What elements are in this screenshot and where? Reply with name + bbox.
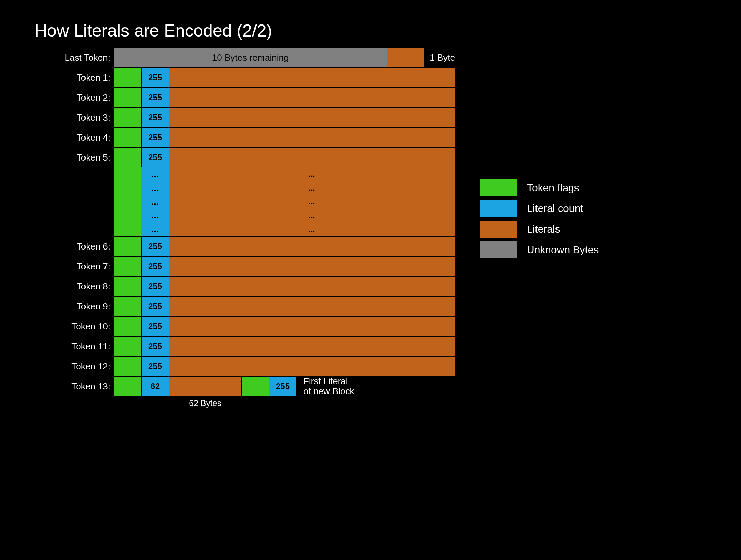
literals-cell: ... [169, 195, 455, 209]
legend-row-flags: Token flags [479, 179, 599, 197]
flag-cell [114, 108, 141, 128]
count-cell: 255 [141, 108, 169, 128]
label-token2: Token 2: [77, 88, 110, 108]
count-cell-new-block: 255 [269, 376, 297, 396]
token-row-8: 255 [114, 276, 455, 296]
literals-62 [169, 376, 241, 396]
ellipsis-row: ... ... [114, 223, 455, 236]
flag-cell [114, 128, 141, 147]
literals-cell [169, 256, 455, 276]
token-row-12: 255 [114, 356, 455, 376]
legend-count-label: Literal count [527, 203, 583, 214]
header-one-byte-label: 1 Byte [425, 48, 455, 68]
flag-cell [114, 223, 141, 236]
literals-cell [169, 68, 455, 88]
ellipsis-row: ... ... [114, 195, 455, 209]
count-cell: 255 [141, 68, 169, 88]
label-token1: Token 1: [77, 68, 110, 88]
token-row-2: 255 [114, 88, 455, 108]
label-token12: Token 12: [71, 356, 110, 376]
legend-row-literals: Literals [479, 220, 599, 238]
count-cell: 255 [141, 128, 169, 147]
flag-cell-new-block [241, 376, 269, 396]
tail-seg1-label: First Literal of new Block [297, 376, 354, 396]
count-cell: ... [141, 209, 169, 223]
legend: Token flags Literal count Literals Unkno… [479, 179, 599, 261]
literals-cell [169, 336, 455, 356]
flag-cell [114, 181, 141, 195]
count-cell: 255 [141, 88, 169, 108]
literals-cell [169, 88, 455, 108]
literals-cell [169, 236, 455, 256]
token-row-13: 62 255 First Literal of new Block [114, 376, 455, 396]
flag-cell [114, 276, 141, 296]
literals-cell [169, 128, 455, 147]
count-cell: 255 [141, 256, 169, 276]
label-token13: Token 13: [71, 376, 110, 396]
count-cell: 255 [141, 147, 169, 167]
count-cell: ... [141, 223, 169, 236]
ellipsis-row: ... ... [114, 209, 455, 223]
swatch-grey [479, 241, 517, 259]
count-cell: 255 [141, 336, 169, 356]
label-token9: Token 9: [77, 296, 110, 316]
token-row-10: 255 [114, 316, 455, 336]
flag-cell [114, 236, 141, 256]
tail-62-label: 62 Bytes [169, 396, 241, 408]
flag-cell [114, 209, 141, 223]
literals-cell [169, 147, 455, 167]
token-row-7: 255 [114, 256, 455, 276]
label-token6: Token 6: [77, 236, 110, 256]
count-cell: ... [141, 195, 169, 209]
header-one-byte [387, 48, 425, 68]
literals-cell [169, 276, 455, 296]
header-remaining-bytes: 10 Bytes remaining [114, 48, 387, 68]
label-token7: Token 7: [77, 256, 110, 276]
legend-literals-label: Literals [527, 223, 560, 235]
literals-cell [169, 296, 455, 316]
literals-cell: ... [169, 167, 455, 181]
swatch-green [479, 179, 517, 197]
content-area: Last Token: Token 1: Token 2: Token 3: T… [34, 48, 720, 408]
header-row: 10 Bytes remaining 1 Byte [114, 48, 455, 68]
token-row-4: 255 [114, 128, 455, 147]
token-row-11: 255 [114, 336, 455, 356]
literals-cell: ... [169, 209, 455, 223]
count-cell: ... [141, 167, 169, 181]
ellipsis-row: ... ... [114, 181, 455, 195]
ellipsis-row: ... ... [114, 167, 455, 181]
count-cell: ... [141, 181, 169, 195]
label-token3: Token 3: [77, 108, 110, 128]
literals-cell: ... [169, 181, 455, 195]
label-token11: Token 11: [71, 336, 110, 356]
literals-cell [169, 316, 455, 336]
literals-cell [169, 108, 455, 128]
row-labels-column: Last Token: Token 1: Token 2: Token 3: T… [34, 48, 114, 396]
flag-cell [114, 195, 141, 209]
page-title: How Literals are Encoded (2/2) [34, 21, 720, 41]
legend-row-count: Literal count [479, 199, 599, 218]
flag-cell [114, 336, 141, 356]
count-cell: 255 [141, 276, 169, 296]
token-row-6: 255 [114, 236, 455, 256]
literals-cell [169, 356, 455, 376]
swatch-orange [479, 220, 517, 238]
token-row-5: 255 [114, 147, 455, 167]
legend-row-unknown: Unknown Bytes [479, 241, 599, 259]
count-cell: 62 [141, 376, 169, 396]
flag-cell [114, 256, 141, 276]
flag-cell [114, 296, 141, 316]
byte-grid: 10 Bytes remaining 1 Byte 255 255 255 [114, 48, 455, 408]
tail-line1: First Literal [303, 376, 348, 386]
diagram-page: How Literals are Encoded (2/2) Last Toke… [0, 0, 741, 560]
label-token8: Token 8: [77, 276, 110, 296]
legend-unknown-label: Unknown Bytes [527, 244, 599, 256]
label-token5: Token 5: [77, 147, 110, 167]
flag-cell [114, 88, 141, 108]
swatch-blue [479, 199, 517, 218]
token-row-1: 255 [114, 68, 455, 88]
flag-cell [114, 316, 141, 336]
label-token4: Token 4: [77, 128, 110, 147]
count-cell: 255 [141, 316, 169, 336]
tail-label-row: 62 Bytes [114, 396, 455, 408]
